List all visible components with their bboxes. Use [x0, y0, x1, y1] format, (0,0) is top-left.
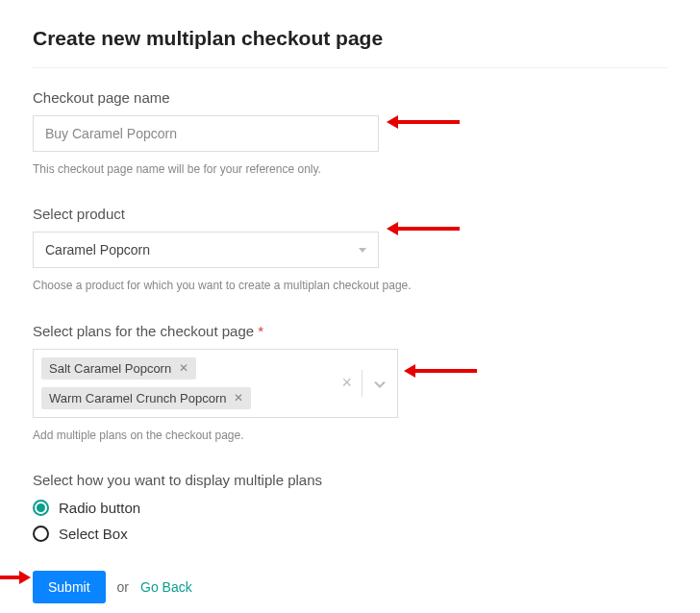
form-actions: Submit or Go Back [33, 571, 667, 603]
hint-checkout-name: This checkout page name will be for your… [33, 159, 417, 179]
plan-tag-label: Warm Caramel Crunch Popcorn [49, 391, 226, 405]
field-display-mode: Select how you want to display multiple … [33, 472, 667, 542]
label-select-product: Select product [33, 206, 667, 222]
field-select-product: Select product Caramel Popcorn Choose a … [33, 206, 667, 295]
radio-label: Select Box [59, 526, 128, 542]
display-radio-group: Radio button Select Box [33, 500, 667, 542]
label-display-mode: Select how you want to display multiple … [33, 472, 667, 488]
product-select[interactable]: Caramel Popcorn [33, 232, 379, 268]
radio-option-select-box[interactable]: Select Box [33, 526, 667, 542]
expand-plans-button[interactable] [362, 375, 397, 392]
chevron-down-icon [374, 380, 386, 388]
plan-tag: Warm Caramel Crunch Popcorn ✕ [41, 387, 251, 409]
remove-tag-icon[interactable]: ✕ [234, 391, 243, 405]
plans-multiselect[interactable]: Salt Caramel Popcorn ✕ Warm Caramel Crun… [33, 349, 398, 418]
go-back-link[interactable]: Go Back [140, 579, 192, 595]
product-select-value: Caramel Popcorn [45, 242, 150, 257]
caret-down-icon [359, 248, 366, 253]
field-select-plans: Select plans for the checkout page * Sal… [33, 323, 667, 445]
radio-label: Radio button [59, 500, 140, 516]
hint-select-product: Choose a product for which you want to c… [33, 276, 417, 295]
remove-tag-icon[interactable]: ✕ [179, 361, 188, 375]
hint-select-plans: Add multiple plans on the checkout page. [33, 426, 417, 445]
clear-all-icon[interactable]: × [332, 373, 362, 393]
checkout-name-input[interactable] [33, 115, 379, 152]
radio-icon-selected [33, 500, 49, 516]
annotation-arrow [0, 576, 21, 579]
page-title: Create new multiplan checkout page [33, 27, 667, 68]
label-select-plans: Select plans for the checkout page * [33, 323, 667, 339]
plan-tag-label: Salt Caramel Popcorn [49, 361, 171, 376]
annotation-arrow [396, 120, 460, 124]
annotation-arrow [413, 369, 477, 373]
plans-controls: × [332, 350, 397, 417]
label-plans-text: Select plans for the checkout page [33, 323, 254, 339]
or-text: or [117, 579, 129, 595]
radio-icon-unselected [33, 526, 49, 542]
radio-option-radio-button[interactable]: Radio button [33, 500, 667, 516]
required-asterisk: * [258, 323, 263, 339]
submit-button[interactable]: Submit [33, 571, 106, 603]
annotation-arrow [396, 227, 460, 231]
plans-tags-container: Salt Caramel Popcorn ✕ Warm Caramel Crun… [34, 350, 332, 417]
field-checkout-name: Checkout page name This checkout page na… [33, 89, 667, 179]
plan-tag: Salt Caramel Popcorn ✕ [41, 357, 196, 380]
label-checkout-name: Checkout page name [33, 89, 667, 106]
